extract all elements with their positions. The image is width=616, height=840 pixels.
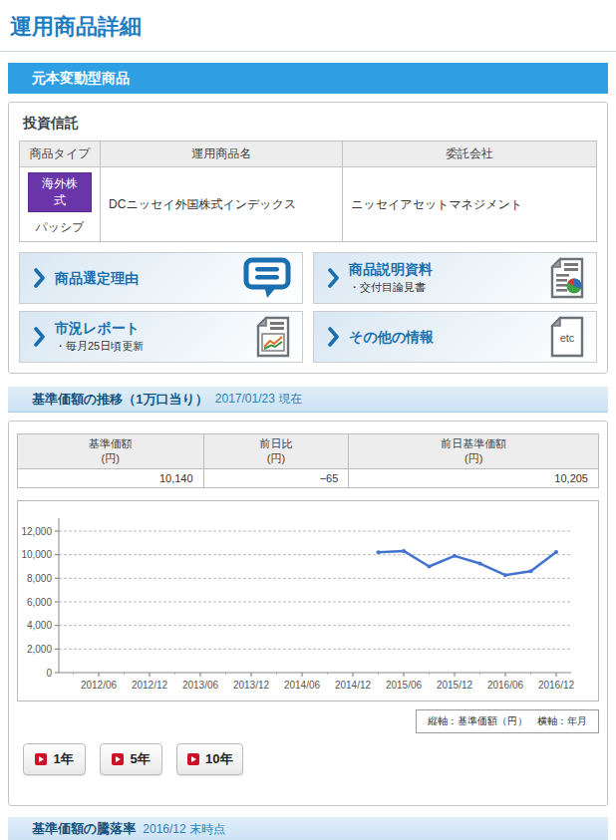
period-button-row: 1年 5年 10年 <box>17 743 599 775</box>
nav-prev-value: 10,205 <box>349 468 599 487</box>
nav-header-prev: 前日基準価額(円) <box>349 434 599 469</box>
svg-text:4,000: 4,000 <box>27 620 52 631</box>
svg-text:2015/06: 2015/06 <box>386 680 423 691</box>
chevron-right-icon <box>328 327 339 347</box>
card-title: 市況レポート <box>55 320 144 337</box>
period-button-label: 5年 <box>130 750 150 768</box>
link-card-grid: 商品選定理由 商品説明資料 ・交付目論見書 <box>19 252 597 363</box>
fund-panel: 投資信託 商品タイプ 運用商品名 委託会社 海外株式 パッシブ DCニッセイ外国… <box>8 102 608 374</box>
period-button-10y[interactable]: 10年 <box>176 743 243 775</box>
play-icon <box>112 753 124 765</box>
speech-bubble-icon <box>243 257 291 299</box>
nav-header-price: 基準価額(円) <box>18 434 204 469</box>
card-title: 商品選定理由 <box>55 270 139 287</box>
card-title: 商品説明資料 <box>349 261 433 278</box>
nav-section-bar: 基準価額の推移（1万口当り） 2017/01/23 現在 <box>8 387 608 413</box>
nav-change-value: −65 <box>203 468 349 487</box>
svg-text:2013/06: 2013/06 <box>182 680 219 691</box>
svg-text:6,000: 6,000 <box>27 596 52 607</box>
change-section-title: 基準価額の騰落率 <box>32 820 136 838</box>
svg-text:2013/12: 2013/12 <box>233 680 270 691</box>
nav-panel: 基準価額(円) 前日比(円) 前日基準価額(円) 10,140 −65 10,2… <box>8 420 608 806</box>
nav-chart-box: 02,0004,0006,0008,00010,00012,0002012/06… <box>17 500 599 701</box>
svg-text:12,000: 12,000 <box>21 525 52 536</box>
svg-text:etc: etc <box>560 332 575 344</box>
product-table-header-type: 商品タイプ <box>20 141 101 167</box>
svg-text:2014/06: 2014/06 <box>284 680 321 691</box>
card-product-materials[interactable]: 商品説明資料 ・交付目論見書 <box>313 252 597 304</box>
table-row: 海外株式 パッシブ DCニッセイ外国株式インデックス ニッセイアセットマネジメン… <box>20 167 597 242</box>
page: 運用商品詳細 元本変動型商品 投資信託 商品タイプ 運用商品名 委託会社 海外株… <box>0 0 616 840</box>
nav-header-change: 前日比(円) <box>203 434 349 469</box>
nav-as-of-date: 2017/01/23 現在 <box>215 391 302 408</box>
card-title: その他の情報 <box>349 329 434 346</box>
svg-text:2012/12: 2012/12 <box>132 680 168 691</box>
product-table-header-name: 運用商品名 <box>101 141 343 167</box>
nav-value-table: 基準価額(円) 前日比(円) 前日基準価額(円) 10,140 −65 10,2… <box>17 433 599 488</box>
change-as-of-date: 2016/12 末時点 <box>143 821 225 838</box>
axis-note: 縦軸：基準価額（円） 横軸：年月 <box>416 709 599 733</box>
period-button-1y[interactable]: 1年 <box>23 743 86 775</box>
management-style-label: パッシブ <box>28 219 92 236</box>
svg-text:2015/12: 2015/12 <box>437 680 473 691</box>
period-button-label: 1年 <box>53 750 73 768</box>
chevron-right-icon <box>34 327 45 347</box>
chevron-right-icon <box>34 268 45 288</box>
nav-price-value: 10,140 <box>18 468 204 487</box>
product-name-cell: DCニッセイ外国株式インデックス <box>101 167 343 242</box>
product-type-cell: 海外株式 パッシブ <box>20 167 101 242</box>
svg-text:2016/12: 2016/12 <box>538 680 575 691</box>
svg-text:2012/06: 2012/06 <box>81 680 118 691</box>
product-table: 商品タイプ 運用商品名 委託会社 海外株式 パッシブ DCニッセイ外国株式インデ… <box>19 140 597 242</box>
card-subtitle: ・毎月25日頃更新 <box>55 339 144 354</box>
card-subtitle: ・交付目論見書 <box>349 280 433 295</box>
page-title: 運用商品詳細 <box>0 0 616 52</box>
svg-text:2016/06: 2016/06 <box>487 680 524 691</box>
document-etc-icon: etc <box>549 316 585 358</box>
nav-chart: 02,0004,0006,0008,00010,00012,0002012/06… <box>18 501 598 700</box>
asset-class-badge: 海外株式 <box>28 172 92 212</box>
svg-text:0: 0 <box>46 667 52 678</box>
product-table-header-trustee: 委託会社 <box>343 141 597 167</box>
product-type-banner: 元本変動型商品 <box>8 63 608 94</box>
chevron-right-icon <box>328 268 339 288</box>
nav-section-title: 基準価額の推移（1万口当り） <box>32 391 208 409</box>
period-button-5y[interactable]: 5年 <box>100 743 162 775</box>
svg-text:2,000: 2,000 <box>27 644 52 655</box>
play-icon <box>187 753 199 765</box>
svg-text:8,000: 8,000 <box>27 573 52 584</box>
period-button-label: 10年 <box>205 750 232 768</box>
play-icon <box>35 753 47 765</box>
card-selection-reason[interactable]: 商品選定理由 <box>19 252 303 304</box>
document-pie-icon <box>549 257 585 299</box>
change-section-bar: 基準価額の騰落率 2016/12 末時点 <box>8 817 608 840</box>
card-other-info[interactable]: その他の情報 etc <box>313 311 597 363</box>
fund-heading: 投資信託 <box>23 115 597 133</box>
svg-text:10,000: 10,000 <box>21 549 52 560</box>
trustee-cell: ニッセイアセットマネジメント <box>343 167 597 242</box>
table-row: 10,140 −65 10,205 <box>18 468 599 487</box>
card-market-report[interactable]: 市況レポート ・毎月25日頃更新 <box>19 311 303 363</box>
document-chart-icon <box>255 316 291 358</box>
svg-text:2014/12: 2014/12 <box>335 680 372 691</box>
